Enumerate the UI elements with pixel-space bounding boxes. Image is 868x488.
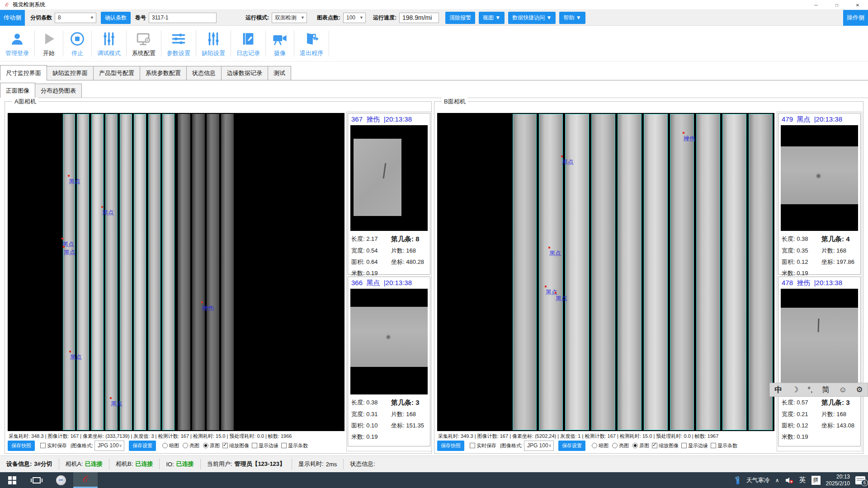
drive-side-button[interactable]: 传动侧: [0, 10, 25, 26]
image-format-select[interactable]: JPG 100 ∨: [524, 441, 554, 451]
operate-side-button[interactable]: 操作侧: [843, 10, 868, 26]
punctuation-mode-icon[interactable]: °,: [807, 386, 813, 394]
app-logo-icon: [80, 474, 91, 485]
ime-language-bar[interactable]: 中 ☽ °, 简 ☺ ⚙: [769, 383, 868, 397]
start-button[interactable]: 开始: [35, 26, 63, 61]
subtab-front-image[interactable]: 正面图像: [0, 83, 35, 98]
tab-product-model-config[interactable]: 产品型号配置: [93, 66, 140, 80]
weather-text[interactable]: 天气寒冷: [746, 476, 770, 484]
image-format-select[interactable]: JPG 100 ∨: [94, 441, 124, 451]
roll-number-input[interactable]: 3117-1: [149, 13, 217, 23]
icon-label: 退出程序: [300, 49, 323, 57]
debug-mode-button[interactable]: 调试模式: [92, 26, 126, 61]
tab-test[interactable]: 测试: [268, 66, 291, 80]
dark-image-radio[interactable]: [592, 443, 597, 448]
speaker-muted-icon[interactable]: [785, 477, 794, 484]
original-image-radio[interactable]: [203, 443, 208, 448]
show-edge-checkbox[interactable]: [681, 443, 687, 448]
exit-door-icon: [304, 29, 319, 48]
image-format-value: JPG 100: [98, 442, 119, 449]
status-badge: 已连接: [85, 460, 103, 468]
gear-icon[interactable]: ⚙: [856, 386, 863, 394]
maximize-button[interactable]: □: [826, 0, 847, 10]
emoji-icon[interactable]: ☺: [839, 386, 847, 394]
run-mode-select[interactable]: 双面检测 ▼: [272, 13, 307, 23]
defect-sliders-icon: [206, 29, 221, 48]
log-record-button[interactable]: 日志记录: [231, 26, 265, 61]
zoom-image-checkbox[interactable]: [222, 443, 228, 448]
show-edge-checkbox[interactable]: [252, 443, 257, 448]
login-button[interactable]: 管理登录: [0, 26, 34, 61]
quick-data-menu-button[interactable]: 数据快捷访问 ▼: [508, 12, 556, 24]
realtime-save-checkbox[interactable]: [470, 443, 475, 448]
language-indicator[interactable]: 英: [799, 476, 806, 484]
realtime-save-checkbox[interactable]: [40, 443, 46, 448]
defect-card[interactable]: 367 挫伤 |20:13:38 长度: 2.17 第几条: 8 宽度: 0.5…: [348, 113, 430, 275]
tab-system-param-config[interactable]: 系统参数配置: [140, 66, 187, 80]
icon-label: 参数设置: [167, 49, 190, 57]
bright-image-radio[interactable]: [612, 443, 618, 448]
confirm-count-button[interactable]: 确认条数: [101, 12, 131, 24]
save-settings-button[interactable]: 保存设置: [558, 441, 585, 451]
user-icon: [9, 29, 25, 48]
exit-program-button[interactable]: 退出程序: [294, 26, 329, 61]
minimize-button[interactable]: ─: [806, 0, 826, 10]
zoom-image-checkbox[interactable]: [652, 443, 657, 448]
defect-time: |20:13:38: [814, 279, 842, 286]
defect-label: 黑点: [549, 249, 561, 258]
help-menu-button[interactable]: 帮助 ▼: [559, 12, 585, 24]
view-menu-button[interactable]: 视图 ▼: [479, 12, 505, 24]
dark-image-radio[interactable]: [162, 443, 168, 448]
moon-icon[interactable]: ☽: [792, 386, 798, 394]
film-strip-region: [105, 114, 118, 430]
defect-label: 黑点: [70, 353, 82, 361]
tab-defect-monitor[interactable]: 缺陷监控界面: [47, 66, 94, 80]
close-button[interactable]: ✕: [847, 0, 868, 10]
show-edge-label: 显示边缘: [688, 442, 708, 449]
current-user-segment: 当前用户: 管理员【123-123】: [201, 459, 292, 469]
slit-count-select[interactable]: 8 ▼: [55, 13, 96, 23]
parameter-settings-button[interactable]: 参数设置: [161, 26, 196, 61]
camera-b-image: 黑点挫伤黑点黑点黑点: [437, 113, 774, 431]
bright-image-radio[interactable]: [183, 443, 188, 448]
task-view-button[interactable]: [24, 472, 49, 488]
defect-header: 478 挫伤 |20:13:38: [782, 279, 858, 287]
start-button[interactable]: [0, 472, 24, 488]
chart-points-value: 100: [346, 14, 355, 21]
tab-status-info[interactable]: 状态信息: [186, 66, 222, 80]
defect-settings-button[interactable]: 缺陷设置: [196, 26, 231, 61]
status-badge: 已连接: [135, 460, 153, 468]
defect-card[interactable]: 479 黑点 |20:13:38 长度: 0.38 第几条: 4 宽度: 0.3…: [778, 113, 861, 275]
tab-size-monitor[interactable]: 尺寸监控界面: [0, 65, 47, 80]
system-config-button[interactable]: 系统配置: [127, 26, 161, 61]
bright-image-label: 亮图: [619, 442, 629, 449]
save-settings-button[interactable]: 保存设置: [129, 441, 156, 451]
stop-button[interactable]: 停止: [63, 26, 91, 61]
show-count-checkbox[interactable]: [711, 443, 716, 448]
defect-card[interactable]: 478 挫伤 |20:13:38 长度: 0.57 第几条: 3 宽度: 0.2…: [778, 277, 861, 446]
clear-alarm-button[interactable]: 清除报警: [445, 12, 475, 24]
speed-value: 198.9m/mi: [399, 13, 439, 23]
tab-edge-data-record[interactable]: 边缘数据记录: [221, 66, 268, 80]
show-count-checkbox[interactable]: [281, 443, 287, 448]
hidden-icons-chevron[interactable]: ∧: [775, 477, 779, 483]
ime-mode-chinese[interactable]: 中: [774, 386, 782, 394]
snipping-tool-button[interactable]: ✂: [49, 472, 73, 488]
defect-number: 367: [351, 115, 363, 123]
subtab-trend-chart[interactable]: 分布趋势图表: [35, 84, 82, 98]
original-image-label: 原图: [210, 442, 220, 449]
monitor-gear-icon: [136, 29, 152, 48]
save-snapshot-button[interactable]: 保存快照: [437, 441, 464, 451]
notification-badge: 6: [861, 479, 868, 486]
defect-type: 黑点: [797, 115, 810, 123]
action-center-button[interactable]: 6: [855, 476, 865, 484]
inspection-app-taskbar-button[interactable]: [73, 472, 98, 488]
defect-card[interactable]: 366 黑点 |20:13:38 长度: 0.38 第几条: 3 宽度: 0.3…: [348, 277, 430, 446]
ime-indicator[interactable]: 拼: [811, 476, 821, 485]
taskbar-clock[interactable]: 20:13 2025/2/10: [826, 474, 850, 487]
capture-button[interactable]: 摄像: [266, 26, 294, 61]
chart-points-select[interactable]: 100 ▼: [343, 13, 366, 23]
original-image-radio[interactable]: [632, 443, 638, 448]
simplified-chinese-icon[interactable]: 简: [822, 386, 830, 394]
save-snapshot-button[interactable]: 保存快照: [8, 441, 35, 451]
